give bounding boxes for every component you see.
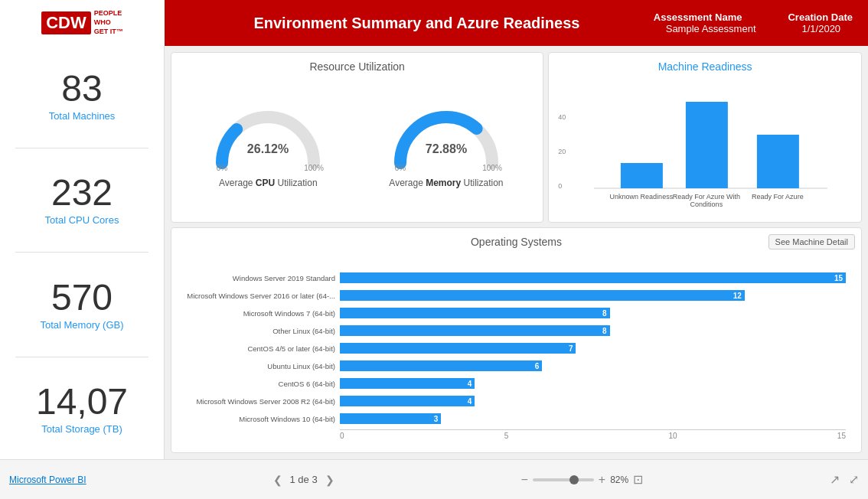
- os-bar-value: 7: [569, 344, 573, 353]
- zoom-in-button[interactable]: +: [599, 473, 605, 487]
- os-bar-container: 4: [340, 396, 846, 406]
- os-bar-fill: 4: [340, 396, 475, 406]
- y-label-20: 20: [558, 148, 566, 155]
- machine-readiness-chart-area: 0 20 40 10 52 21: [556, 79, 853, 213]
- os-bar-container: 4: [340, 378, 846, 389]
- header-meta-values-row: Sample Assessment 1/1/2020: [666, 23, 840, 34]
- svg-text:Conditions: Conditions: [690, 201, 723, 208]
- creation-date-value: 1/1/2020: [802, 23, 841, 34]
- zoom-out-button[interactable]: −: [520, 473, 527, 487]
- top-row: Resource Utilization 26.12% 0% 100%: [171, 52, 862, 223]
- os-bar-container: 7: [340, 343, 846, 354]
- zoom-controls: − + 82% ⊡: [520, 472, 643, 487]
- os-bar-value: 8: [602, 309, 607, 318]
- stat-label-machines: Total Machines: [8, 110, 156, 122]
- prev-page-button[interactable]: ❮: [273, 474, 282, 486]
- resource-utilization-title: Resource Utilization: [179, 60, 535, 73]
- os-x-label: 0: [340, 432, 344, 440]
- os-x-label: 10: [669, 432, 677, 440]
- zoom-level: 82%: [610, 475, 628, 485]
- divider-1: [15, 148, 148, 148]
- svg-text:26.12%: 26.12%: [247, 142, 289, 155]
- creation-date-label: Creation Date: [788, 11, 853, 23]
- os-bar-label: Ubuntu Linux (64-bit): [187, 362, 340, 370]
- svg-text:52: 52: [702, 91, 711, 100]
- os-bar-label: Microsoft Windows Server 2008 R2 (64-bit…: [187, 397, 340, 406]
- y-label-0: 0: [558, 182, 562, 190]
- os-bar-fill: 3: [340, 413, 441, 424]
- fullscreen-icon[interactable]: ⤢: [849, 472, 859, 487]
- os-x-axis: 051015: [340, 429, 846, 440]
- header-title: Environment Summary and Azure Readiness: [165, 15, 654, 32]
- os-bar-value: 6: [535, 362, 540, 370]
- os-bar-value: 8: [602, 327, 607, 335]
- divider-3: [15, 357, 148, 357]
- svg-text:21: 21: [773, 124, 782, 133]
- os-bar-fill: 8: [340, 308, 610, 318]
- logo-area: CDW PEOPLEWHOGET IT™: [0, 0, 165, 46]
- svg-rect-9: [686, 102, 728, 188]
- memory-gauge-svg: 72.88% 0% 100%: [385, 92, 507, 176]
- os-bar-label: CentOS 4/5 or later (64-bit): [187, 344, 340, 353]
- stat-number-machines: 83: [8, 70, 156, 107]
- sidebar: 83 Total Machines 232 Total CPU Cores 57…: [0, 46, 165, 459]
- os-bar-fill: 4: [340, 378, 475, 389]
- svg-text:10: 10: [637, 153, 646, 162]
- stat-label-cpu: Total CPU Cores: [8, 214, 156, 226]
- bottom-icons: ↗ ⤢: [830, 472, 859, 487]
- os-bar-value: 3: [434, 415, 439, 423]
- svg-text:0%: 0%: [217, 164, 228, 172]
- stat-label-storage: Total Storage (TB): [8, 423, 156, 435]
- memory-gauge-wrapper: 72.88% 0% 100% Average Memory Utilizatio…: [377, 92, 515, 188]
- share-icon[interactable]: ↗: [830, 472, 840, 487]
- stat-number-storage: 14,07: [8, 383, 156, 420]
- svg-text:Ready For Azure: Ready For Azure: [752, 193, 804, 201]
- cdw-logo: CDW PEOPLEWHOGET IT™: [41, 9, 123, 36]
- fit-screen-icon[interactable]: ⊡: [633, 472, 643, 487]
- os-bar-container: 8: [340, 325, 846, 336]
- zoom-slider[interactable]: [533, 478, 594, 481]
- machine-readiness-card: Machine Readiness 0 20 40 10: [548, 52, 862, 223]
- divider-2: [15, 252, 148, 253]
- os-x-label: 15: [837, 432, 846, 440]
- os-title: Operating Systems: [179, 236, 853, 248]
- os-bar-label: CentOS 6 (64-bit): [187, 380, 340, 388]
- svg-text:72.88%: 72.88%: [426, 142, 467, 155]
- stat-total-storage: 14,07 Total Storage (TB): [0, 376, 164, 442]
- os-bar-row: Microsoft Windows 10 (64-bit)3: [187, 412, 846, 426]
- machine-readiness-svg: 10 52 21 Unknown Readiness Ready For Azu…: [556, 79, 853, 213]
- pagination: ❮ 1 de 3 ❯: [273, 474, 334, 486]
- assessment-name-label: Assessment Name: [654, 11, 742, 23]
- os-bar-row: Microsoft Windows Server 2016 or later (…: [187, 289, 846, 302]
- os-bar-value: 4: [468, 380, 472, 388]
- header: CDW PEOPLEWHOGET IT™ Environment Summary…: [0, 0, 868, 46]
- bottom-bar: Microsoft Power BI ❮ 1 de 3 ❯ − + 82% ⊡ …: [0, 459, 868, 499]
- y-label-40: 40: [558, 113, 566, 121]
- svg-rect-11: [757, 135, 799, 188]
- os-bar-value: 4: [468, 397, 472, 406]
- content-area: Resource Utilization 26.12% 0% 100%: [165, 46, 868, 459]
- os-bar-fill: 6: [340, 360, 542, 371]
- os-bar-row: Microsoft Windows 7 (64-bit)8: [187, 306, 846, 320]
- power-bi-link[interactable]: Microsoft Power BI: [9, 475, 86, 485]
- stat-total-memory: 570 Total Memory (GB): [0, 272, 164, 338]
- os-bar-value: 12: [733, 292, 742, 300]
- page-indicator: 1 de 3: [290, 474, 318, 485]
- assessment-name-value: Sample Assessment: [666, 23, 756, 34]
- main-body: 83 Total Machines 232 Total CPU Cores 57…: [0, 46, 868, 459]
- os-bar-container: 3: [340, 413, 846, 424]
- svg-text:Unknown Readiness: Unknown Readiness: [610, 193, 674, 201]
- resource-utilization-card: Resource Utilization 26.12% 0% 100%: [171, 52, 543, 223]
- people-text: PEOPLEWHOGET IT™: [94, 9, 123, 36]
- machine-readiness-title: Machine Readiness: [556, 60, 853, 73]
- next-page-button[interactable]: ❯: [325, 474, 334, 486]
- stat-total-cpu: 232 Total CPU Cores: [0, 167, 164, 233]
- os-bar-value: 15: [834, 274, 843, 282]
- os-bar-row: CentOS 6 (64-bit)4: [187, 377, 846, 390]
- os-bar-container: 15: [340, 272, 846, 283]
- os-bar-row: Ubuntu Linux (64-bit)6: [187, 359, 846, 373]
- os-bar-row: Windows Server 2019 Standard15: [187, 271, 846, 285]
- see-machine-detail-button[interactable]: See Machine Detail: [768, 234, 855, 250]
- stat-total-machines: 83 Total Machines: [0, 63, 164, 129]
- os-bar-container: 8: [340, 308, 846, 318]
